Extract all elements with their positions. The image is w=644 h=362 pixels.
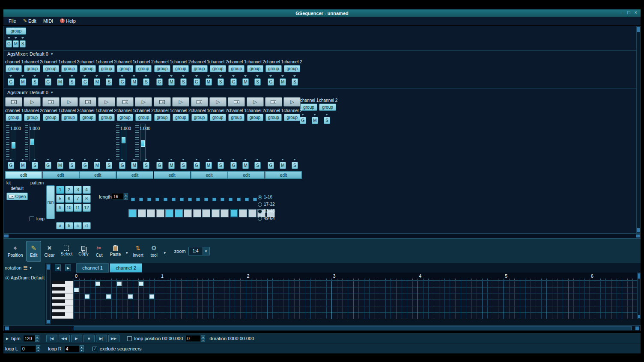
- drum-gms-g-button[interactable]: G: [45, 162, 51, 169]
- spinner-buttons[interactable]: ▲▼: [201, 335, 205, 342]
- drum-expander[interactable]: AgsDrum: Default 0 ▾: [4, 89, 640, 95]
- spin-down-icon[interactable]: ▼: [201, 338, 205, 342]
- spin-up-icon[interactable]: ▲: [36, 345, 40, 349]
- pattern-cell[interactable]: [128, 209, 137, 217]
- dropdown-arrow-icon[interactable]: ▾: [162, 241, 167, 261]
- spinner-buttons[interactable]: ▲▼: [124, 193, 128, 200]
- toolbar-edit-button[interactable]: ✎Edit: [27, 241, 41, 261]
- drum-edit-tab[interactable]: edit: [265, 171, 302, 179]
- menu-midi[interactable]: MIDI: [40, 18, 57, 24]
- mixer-group-button[interactable]: group: [191, 65, 208, 72]
- pattern-cell[interactable]: [138, 209, 146, 217]
- note[interactable]: [117, 282, 122, 286]
- spin-up-icon[interactable]: ▲: [201, 335, 205, 338]
- group-machine-group-button[interactable]: group: [6, 27, 26, 35]
- spin-up-icon[interactable]: ▲: [80, 345, 84, 349]
- toolbar-paste-button[interactable]: Paste: [107, 241, 124, 261]
- drum-pad-button[interactable]: ▷: [209, 97, 227, 107]
- bank-letter-button-b[interactable]: b: [65, 222, 73, 229]
- drum-group-button[interactable]: group: [117, 114, 133, 121]
- drum-pad-button[interactable]: [116, 97, 134, 107]
- pattern-loop-checkbox[interactable]: [30, 217, 34, 221]
- note[interactable]: [128, 294, 133, 299]
- drum-volume-slider[interactable]: 1.000: [116, 124, 133, 161]
- drum-group-button[interactable]: group: [210, 114, 226, 121]
- forward-button[interactable]: ▶|: [96, 335, 107, 342]
- toolbar-tool-button[interactable]: ⚙tool: [147, 241, 161, 261]
- toolbar-cut-button[interactable]: ✂Cut: [92, 241, 107, 261]
- drum-pad-button[interactable]: ▷: [24, 97, 41, 107]
- drum-pad-button[interactable]: ▷: [247, 97, 264, 107]
- mixer-gms-m-button[interactable]: M: [131, 78, 137, 86]
- mixer-group-button[interactable]: group: [43, 65, 59, 72]
- scrollbar-thumb[interactable]: [637, 228, 640, 232]
- note[interactable]: [139, 282, 143, 286]
- loop-r-value[interactable]: 4: [64, 345, 80, 352]
- piano-keys[interactable]: [52, 281, 74, 319]
- drum-pad-button[interactable]: [191, 97, 208, 107]
- maximize-button[interactable]: □: [627, 10, 630, 15]
- mixer-group-button[interactable]: group: [284, 65, 300, 72]
- drum-gms-m-button[interactable]: M: [206, 162, 212, 169]
- drum-gms-s-button[interactable]: S: [106, 162, 112, 169]
- rewind-button[interactable]: ◀◀: [59, 335, 70, 342]
- tab-prev-button[interactable]: ◀: [55, 264, 61, 271]
- drum-gms-m-button[interactable]: M: [57, 162, 63, 169]
- bank-button-8[interactable]: 8: [83, 195, 91, 203]
- mixer-gms-s-button[interactable]: S: [254, 78, 261, 86]
- drum-pad-button[interactable]: [228, 97, 245, 107]
- notation-horizontal-scrollbar[interactable]: [3, 325, 641, 331]
- mixer-gms-g-button[interactable]: G: [45, 78, 51, 86]
- bank-letter-button-d[interactable]: d: [83, 222, 91, 229]
- exclude-sequencers-checkbox[interactable]: [92, 347, 97, 351]
- play-button[interactable]: ▶: [71, 335, 82, 342]
- scrollbar-thumb[interactable]: [74, 326, 632, 330]
- bank-letter-button-c[interactable]: c: [74, 222, 82, 229]
- drum-volume-slider[interactable]: 1.000: [25, 124, 42, 161]
- pattern-cell[interactable]: [175, 209, 183, 217]
- group-machine-m-button[interactable]: M: [13, 40, 19, 47]
- drum-gms-g-button[interactable]: G: [119, 162, 125, 169]
- loop-r-spinner[interactable]: 4 ▲▼: [64, 345, 84, 352]
- scrollbar-thumb[interactable]: [635, 326, 639, 330]
- toolbar-copy-button[interactable]: Copy: [76, 241, 91, 261]
- scrollbar-thumb[interactable]: [637, 27, 640, 32]
- bank-button-6[interactable]: 6: [65, 195, 73, 203]
- drum-group-button[interactable]: group: [43, 114, 59, 121]
- mixer-gms-s-button[interactable]: S: [218, 78, 224, 86]
- mixer-group-button[interactable]: group: [228, 65, 244, 72]
- drum-gms-s-button[interactable]: S: [69, 162, 75, 169]
- mixer-group-button[interactable]: group: [6, 65, 22, 72]
- drum-gms-s-button[interactable]: S: [292, 162, 298, 169]
- bank-button-7[interactable]: 7: [74, 195, 82, 203]
- run-button[interactable]: run: [46, 185, 55, 219]
- toolbar-position-button[interactable]: ⌖Position: [5, 241, 26, 261]
- drum-group-button[interactable]: group: [135, 114, 152, 121]
- length-value[interactable]: 16: [112, 193, 124, 200]
- drum-gms-g-button[interactable]: G: [194, 162, 200, 169]
- bank-button-5[interactable]: 5: [56, 195, 64, 203]
- scrollbar-thumb[interactable]: [47, 264, 50, 270]
- mixer-gms-g-button[interactable]: G: [268, 78, 274, 86]
- drum-group-button[interactable]: group: [80, 114, 96, 121]
- drum-group-button[interactable]: group: [61, 114, 78, 121]
- mixer-group-button[interactable]: group: [80, 65, 96, 72]
- pattern-cell[interactable]: [212, 209, 220, 217]
- mixer-group-button[interactable]: group: [61, 65, 78, 72]
- menu-file[interactable]: File: [5, 18, 20, 24]
- notation-left-scrollbar[interactable]: [46, 264, 51, 324]
- playback-expander-icon[interactable]: ▶: [6, 337, 9, 341]
- drum-group-button[interactable]: group: [173, 114, 189, 121]
- mixer-gms-g-button[interactable]: G: [119, 78, 125, 86]
- drum-gms-g-button[interactable]: G: [8, 162, 14, 169]
- mixer-group-button[interactable]: group: [173, 65, 189, 72]
- drum-group-button[interactable]: group: [228, 114, 244, 121]
- drum-volume-slider[interactable]: 1.000: [6, 124, 23, 161]
- mixer-gms-m-button[interactable]: M: [94, 78, 100, 86]
- jump-to-end-button[interactable]: ▶▶: [108, 335, 119, 342]
- scrollbar-thumb[interactable]: [5, 326, 9, 330]
- scrollbar-thumb[interactable]: [636, 234, 640, 237]
- mixer-gms-m-button[interactable]: M: [280, 78, 286, 86]
- spin-up-icon[interactable]: ▲: [124, 193, 128, 196]
- pattern-cell[interactable]: [230, 209, 238, 217]
